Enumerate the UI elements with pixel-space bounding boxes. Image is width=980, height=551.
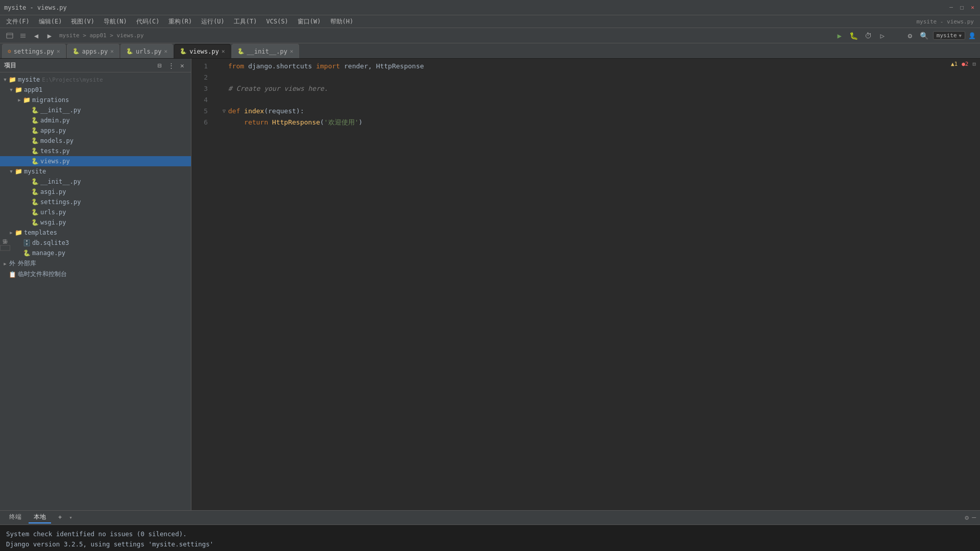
terminal-tab-arrow[interactable]: ▾ bbox=[69, 514, 72, 521]
tree-item-wsgi[interactable]: ▶ 🐍 wsgi.py bbox=[0, 217, 191, 228]
structure-btn[interactable] bbox=[17, 30, 29, 41]
tree-label-mysite-root: mysite bbox=[18, 76, 40, 83]
py-icon-views: 🐍 bbox=[31, 157, 39, 165]
menu-help[interactable]: 帮助(H) bbox=[326, 16, 358, 27]
main-layout: 项目 ⊟ ⋮ ✕ ▼ 📁 mysite E:\Projects\mysite ▼… bbox=[0, 59, 980, 510]
toolbar: ◀ ▶ mysite > app01 > views.py ▶ 🐛 ⏱ ▷ ⚙ … bbox=[0, 28, 980, 43]
close-button[interactable]: ✕ bbox=[969, 4, 976, 11]
py-icon-manage: 🐍 bbox=[22, 249, 31, 257]
tab-close-urls[interactable]: ✕ bbox=[164, 48, 168, 55]
collapse-all-btn[interactable]: ⊟ bbox=[972, 61, 976, 67]
tab-close-apps[interactable]: ✕ bbox=[110, 48, 114, 55]
tree-item-tests[interactable]: ▶ 🐍 tests.py bbox=[0, 146, 191, 156]
tree-label-app01-init: __init__.py bbox=[40, 107, 81, 114]
titlebar: mysite - views.py ─ □ ✕ bbox=[0, 0, 980, 15]
arrow-templates: ▶ bbox=[8, 230, 14, 236]
nav-forward-btn[interactable]: ▶ bbox=[44, 30, 55, 41]
code-line-6: return HttpResponse('欢迎使用') bbox=[220, 117, 980, 128]
terminal-minimize-btn[interactable]: ─ bbox=[972, 514, 976, 521]
tab-label-apps: apps.py bbox=[82, 48, 108, 55]
tree-label-migrations: migrations bbox=[32, 96, 69, 104]
tree-item-app01[interactable]: ▼ 📁 app01 bbox=[0, 85, 191, 95]
tree-item-settings[interactable]: ▶ 🐍 settings.py bbox=[0, 197, 191, 207]
terminal-add-tab[interactable]: + bbox=[53, 513, 67, 523]
user-icon[interactable]: 👤 bbox=[968, 32, 976, 39]
minimize-button[interactable]: ─ bbox=[948, 4, 954, 11]
svg-rect-0 bbox=[7, 33, 13, 38]
search-btn[interactable]: 🔍 bbox=[919, 30, 930, 41]
tab-icon-init: 🐍 bbox=[237, 48, 244, 55]
menu-run[interactable]: 运行(U) bbox=[197, 16, 229, 27]
tree-item-temp[interactable]: ▶ 📋 临时文件和控制台 bbox=[0, 269, 191, 280]
tree-item-urls[interactable]: ▶ 🐍 urls.py bbox=[0, 207, 191, 217]
menu-file[interactable]: 文件(F) bbox=[2, 16, 34, 27]
sidebar-title: 项目 bbox=[4, 61, 16, 70]
terminal-tools: ⚙ ─ bbox=[965, 514, 976, 521]
tree-item-apps[interactable]: ▶ 🐍 apps.py bbox=[0, 126, 191, 136]
run-btn[interactable]: ▶ bbox=[834, 30, 845, 41]
kw-from: from bbox=[228, 61, 248, 72]
tree-item-external[interactable]: ▶ 外 外部库 bbox=[0, 258, 191, 269]
external-icon: 外 bbox=[8, 260, 16, 268]
menu-refactor[interactable]: 重构(R) bbox=[164, 16, 196, 27]
left-edge-bookmarks[interactable]: 书签 bbox=[0, 245, 10, 251]
fold-gutter-5[interactable]: ▽ bbox=[220, 106, 228, 117]
paren-close: ): bbox=[296, 106, 304, 117]
sidebar-collapse-btn[interactable]: ⊟ bbox=[155, 61, 164, 70]
tab-settings[interactable]: ⚙ settings.py ✕ bbox=[2, 44, 66, 58]
terminal-line-2: Django version 3.2.5, using settings 'my… bbox=[6, 539, 974, 549]
terminal-tab-terminal[interactable]: 终端 bbox=[4, 512, 27, 523]
tab-icon-urls: 🐍 bbox=[126, 48, 133, 55]
py-icon-mysite-init: 🐍 bbox=[31, 178, 39, 186]
tab-init[interactable]: 🐍 __init__.py ✕ bbox=[232, 44, 299, 58]
terminal-settings-btn[interactable]: ⚙ bbox=[965, 514, 969, 521]
tree-item-mysite-root[interactable]: ▼ 📁 mysite E:\Projects\mysite bbox=[0, 74, 191, 85]
settings-btn[interactable]: ⚙ bbox=[904, 30, 916, 41]
paren-open: ( bbox=[264, 106, 268, 117]
kw-def: def bbox=[228, 106, 244, 117]
tree-item-templates[interactable]: ▶ 📁 templates bbox=[0, 228, 191, 238]
menu-tools[interactable]: 工具(T) bbox=[230, 16, 261, 27]
project-tool-btn[interactable] bbox=[4, 30, 15, 41]
run-config-btn[interactable]: ▷ bbox=[877, 30, 888, 41]
tab-views[interactable]: 🐍 views.py ✕ bbox=[174, 44, 230, 58]
fn-httpresponse: HttpResponse bbox=[272, 117, 320, 128]
tree-item-admin[interactable]: ▶ 🐍 admin.py bbox=[0, 115, 191, 126]
tab-label-settings: settings.py bbox=[14, 48, 54, 55]
tree-item-manage[interactable]: ▶ 🐍 manage.py bbox=[0, 248, 191, 258]
tree-item-views[interactable]: ▶ 🐍 views.py bbox=[0, 156, 191, 166]
tree-item-db[interactable]: ▶ 🗄️ db.sqlite3 bbox=[0, 238, 191, 248]
menu-view[interactable]: 视图(V) bbox=[67, 16, 99, 27]
terminal-tab-local[interactable]: 本地 bbox=[29, 512, 51, 523]
sidebar-menu-btn[interactable]: ⋮ bbox=[166, 61, 176, 70]
menu-code[interactable]: 代码(C) bbox=[132, 16, 164, 27]
code-area[interactable]: from django.shortcuts import render, Htt… bbox=[212, 59, 980, 510]
tree-item-app01-init[interactable]: ▶ 🐍 __init__.py bbox=[0, 105, 191, 115]
tree-item-asgi[interactable]: ▶ 🐍 asgi.py bbox=[0, 187, 191, 197]
menu-navigate[interactable]: 导航(N) bbox=[100, 16, 131, 27]
sidebar-close-btn[interactable]: ✕ bbox=[178, 61, 187, 70]
tree-item-mysite-init[interactable]: ▶ 🐍 __init__.py bbox=[0, 177, 191, 187]
tab-urls[interactable]: 🐍 urls.py ✕ bbox=[120, 44, 173, 58]
debug-btn[interactable]: 🐛 bbox=[848, 30, 860, 41]
project-selector[interactable]: mysite ▼ bbox=[933, 31, 965, 40]
menu-edit[interactable]: 编辑(E) bbox=[35, 16, 66, 27]
py-icon-models: 🐍 bbox=[31, 137, 39, 145]
tab-apps[interactable]: 🐍 apps.py ✕ bbox=[67, 44, 119, 58]
tree-item-migrations[interactable]: ▶ 📁 migrations bbox=[0, 95, 191, 105]
tab-close-settings[interactable]: ✕ bbox=[57, 48, 60, 55]
tree-label-apps: apps.py bbox=[40, 127, 66, 134]
maximize-button[interactable]: □ bbox=[959, 4, 965, 11]
tree-item-models[interactable]: ▶ 🐍 models.py bbox=[0, 136, 191, 146]
py-icon-urls: 🐍 bbox=[31, 208, 39, 216]
terminal-area: 终端 本地 + ▾ ⚙ ─ System check identified no… bbox=[0, 510, 980, 551]
nav-back-btn[interactable]: ◀ bbox=[31, 30, 42, 41]
tab-icon-apps: 🐍 bbox=[72, 48, 80, 55]
tab-close-views[interactable]: ✕ bbox=[222, 48, 225, 55]
tree-item-mysite-sub[interactable]: ▼ 📁 mysite bbox=[0, 166, 191, 177]
menu-window[interactable]: 窗口(W) bbox=[293, 16, 325, 27]
menu-vcs[interactable]: VCS(S) bbox=[262, 17, 292, 26]
tab-close-init[interactable]: ✕ bbox=[290, 48, 293, 55]
arrow-external: ▶ bbox=[2, 261, 8, 267]
profile-btn[interactable]: ⏱ bbox=[863, 30, 874, 41]
